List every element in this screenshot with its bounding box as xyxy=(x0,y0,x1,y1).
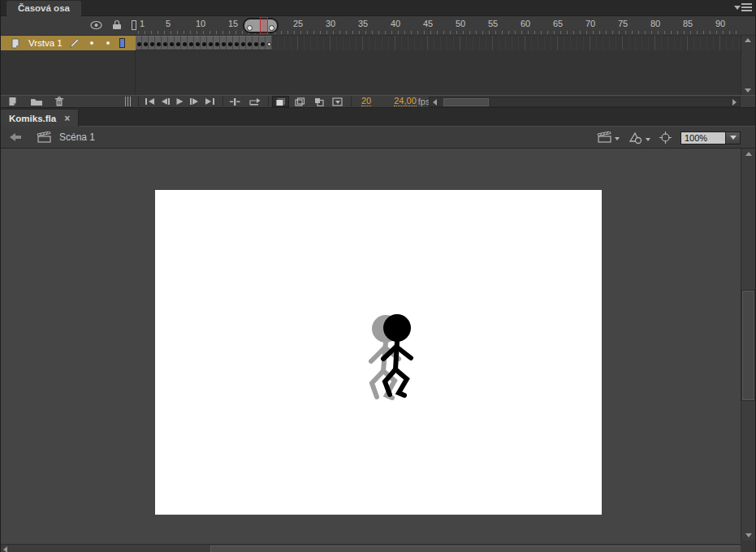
scroll-up-icon[interactable] xyxy=(745,38,751,42)
frame-cell-69[interactable] xyxy=(577,36,584,50)
scroll-down-icon[interactable] xyxy=(745,88,751,93)
frame-cell-50[interactable] xyxy=(454,36,460,50)
frame-cell-71[interactable] xyxy=(590,36,597,50)
frame-cell-59[interactable] xyxy=(512,36,519,50)
frame-cell-22[interactable] xyxy=(272,36,279,50)
stage-horizontal-scrollbar[interactable] xyxy=(1,544,755,552)
onion-skin-outlines-button[interactable] xyxy=(292,96,308,107)
frame-cell-5[interactable] xyxy=(162,36,168,50)
frame-cell-87[interactable] xyxy=(694,36,701,50)
stage-hscroll-thumb[interactable] xyxy=(210,546,746,552)
frame-cell-17[interactable] xyxy=(240,36,246,50)
frame-cell-83[interactable] xyxy=(668,36,675,50)
frame-cell-20[interactable] xyxy=(259,36,266,50)
frame-cell-64[interactable] xyxy=(545,36,551,50)
frame-cell-90[interactable] xyxy=(714,36,720,50)
frame-cell-76[interactable] xyxy=(623,36,629,50)
stick-figure-drawing[interactable] xyxy=(155,190,602,515)
onion-skin-button[interactable] xyxy=(272,96,289,107)
frame-cell-38[interactable] xyxy=(376,36,382,50)
new-layer-button[interactable] xyxy=(6,96,21,107)
frame-cell-39[interactable] xyxy=(382,36,389,50)
frame-cell-79[interactable] xyxy=(642,36,649,50)
frame-cell-43[interactable] xyxy=(408,36,415,50)
panel-menu-icon[interactable] xyxy=(734,3,752,13)
frame-cell-32[interactable] xyxy=(337,36,343,50)
modify-markers-button[interactable] xyxy=(330,96,346,107)
stage-pasteboard[interactable] xyxy=(1,149,741,544)
frame-cell-68[interactable] xyxy=(571,36,577,50)
loop-playback-button[interactable] xyxy=(246,96,263,107)
frame-cell-93[interactable] xyxy=(733,36,740,50)
zoom-input[interactable]: 100% xyxy=(680,132,726,144)
frame-cell-67[interactable] xyxy=(564,36,571,50)
frame-cell-11[interactable] xyxy=(201,36,207,50)
frame-cell-28[interactable] xyxy=(311,36,318,50)
visibility-eye-icon[interactable] xyxy=(90,20,102,30)
frame-cell-2[interactable] xyxy=(142,36,149,50)
onion-end-handle[interactable] xyxy=(269,25,274,31)
step-back-button[interactable] xyxy=(158,96,173,107)
timeline-vertical-scrollbar[interactable] xyxy=(741,36,754,95)
frame-cell-49[interactable] xyxy=(447,36,454,50)
center-frame-button[interactable] xyxy=(227,96,243,107)
frame-cell-40[interactable] xyxy=(389,36,395,50)
frame-cell-31[interactable] xyxy=(330,36,337,50)
frame-cell-14[interactable] xyxy=(220,36,227,50)
tab-timeline[interactable]: Časová osa xyxy=(6,1,81,16)
frame-cell-25[interactable] xyxy=(292,36,298,50)
frame-cell-23[interactable] xyxy=(279,36,285,50)
frame-cell-54[interactable] xyxy=(480,36,486,50)
frame-cell-63[interactable] xyxy=(538,36,545,50)
frame-cell-35[interactable] xyxy=(356,36,363,50)
frame-cell-37[interactable] xyxy=(369,36,376,50)
frame-cell-75[interactable] xyxy=(616,36,623,50)
zoom-control[interactable]: 100% xyxy=(680,132,741,144)
document-tab[interactable]: Komiks.fla × xyxy=(1,110,79,127)
layer-visible-dot[interactable] xyxy=(90,41,93,45)
frame-cell-46[interactable] xyxy=(428,36,434,50)
frame-cell-84[interactable] xyxy=(675,36,681,50)
frame-cell-1[interactable] xyxy=(136,36,142,50)
frame-cell-74[interactable] xyxy=(610,36,616,50)
goto-first-frame-button[interactable] xyxy=(142,96,158,107)
frame-cell-10[interactable] xyxy=(194,36,201,50)
frame-cell-88[interactable] xyxy=(701,36,707,50)
frame-cell-61[interactable] xyxy=(525,36,532,50)
frame-cell-77[interactable] xyxy=(629,36,636,50)
frame-cell-30[interactable] xyxy=(324,36,330,50)
frame-cell-13[interactable] xyxy=(214,36,220,50)
frame-cell-81[interactable] xyxy=(655,36,662,50)
frame-cell-78[interactable] xyxy=(636,36,642,50)
frame-cell-58[interactable] xyxy=(506,36,512,50)
scroll-left-icon[interactable] xyxy=(433,99,437,106)
frame-cell-44[interactable] xyxy=(415,36,421,50)
frame-cell-72[interactable] xyxy=(597,36,603,50)
stage-vertical-scrollbar[interactable] xyxy=(741,149,755,541)
onion-start-handle[interactable] xyxy=(247,25,253,31)
goto-last-frame-button[interactable] xyxy=(202,96,218,107)
center-stage-crosshair-icon[interactable] xyxy=(659,131,672,144)
back-arrow-icon[interactable] xyxy=(9,132,22,142)
frame-cell-21[interactable] xyxy=(266,36,272,50)
frame-cell-70[interactable] xyxy=(584,36,590,50)
frame-cell-7[interactable] xyxy=(175,36,181,50)
zoom-dropdown-button[interactable] xyxy=(726,132,741,144)
timeline-hscroll-thumb[interactable] xyxy=(443,98,489,106)
frame-cell-92[interactable] xyxy=(727,36,733,50)
layer-label-area[interactable]: Vrstva 1 xyxy=(1,36,136,50)
frame-cell-66[interactable] xyxy=(558,36,564,50)
frame-cell-29[interactable] xyxy=(318,36,324,50)
layer-outline-color-swatch[interactable] xyxy=(119,38,125,48)
playhead-marker[interactable] xyxy=(260,17,268,34)
frame-cell-65[interactable] xyxy=(551,36,558,50)
frame-cell-86[interactable] xyxy=(688,36,694,50)
delete-layer-button[interactable] xyxy=(52,96,67,107)
timeline-horizontal-scrollbar[interactable] xyxy=(429,97,741,107)
frame-cell-9[interactable] xyxy=(188,36,194,50)
frame-cell-56[interactable] xyxy=(493,36,499,50)
frame-cell-47[interactable] xyxy=(434,36,441,50)
frame-cell-51[interactable] xyxy=(460,36,467,50)
frame-cell-42[interactable] xyxy=(402,36,408,50)
frame-cell-27[interactable] xyxy=(305,36,311,50)
